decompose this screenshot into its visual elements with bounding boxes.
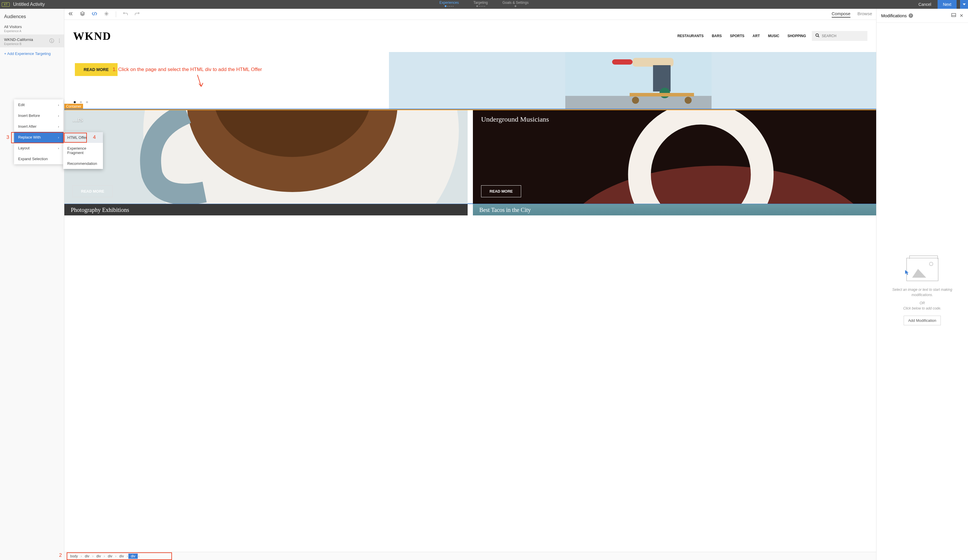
svg-rect-5: [653, 65, 671, 91]
nav-sports[interactable]: SPORTS: [730, 34, 744, 38]
compose-tab[interactable]: Compose: [832, 11, 850, 18]
svg-rect-10: [612, 59, 633, 64]
annotation-3-box: [11, 132, 64, 143]
search-input[interactable]: [822, 34, 864, 38]
add-experience-targeting[interactable]: + Add Experience Targeting: [0, 47, 64, 60]
card-title: Underground Musicians: [481, 116, 549, 123]
annotation-2: 2: [59, 552, 62, 558]
activity-type-badge: XT: [2, 2, 10, 7]
ctx-edit[interactable]: Edit›: [14, 99, 63, 110]
nav-bars[interactable]: BARS: [712, 34, 722, 38]
dom-breadcrumb: body› div› div› div› div› div›: [64, 552, 876, 560]
annotation-4: 4: [93, 134, 96, 140]
audience-exp: Experience A: [4, 30, 60, 33]
selected-container[interactable]: Container ...rs READ M: [64, 109, 876, 204]
svg-rect-18: [951, 13, 956, 17]
nav-restaurants[interactable]: RESTAURANTS: [677, 34, 704, 38]
close-icon[interactable]: ✕: [960, 13, 963, 18]
svg-point-1: [816, 34, 819, 36]
site-header: WKND RESTAURANTS BARS SPORTS ART MUSIC S…: [64, 20, 876, 52]
dock-icon[interactable]: [951, 13, 956, 18]
modifications-panel: Modifications ? ✕ Select an image or tex…: [876, 9, 968, 560]
activity-title[interactable]: Untitled Activity: [13, 2, 45, 7]
audience-wknd-california[interactable]: WKND-California Experience B ⓘ ⋮: [0, 35, 64, 47]
search-box[interactable]: [812, 31, 867, 41]
modifications-title: Modifications: [881, 13, 907, 18]
card-roasters[interactable]: ...rs READ MORE: [64, 110, 467, 204]
step-experiences[interactable]: Experiences: [439, 1, 459, 7]
svg-point-9: [685, 97, 692, 104]
top-bar: XT Untitled Activity Experiences Targeti…: [0, 0, 968, 9]
context-menu: Edit› Insert Before› Insert After› Repla…: [14, 99, 63, 164]
card-photography[interactable]: Photography Exhibitions: [64, 204, 467, 215]
hero-section[interactable]: READ MORE: [64, 52, 876, 109]
empty-text-1: Select an image or text to start making …: [885, 287, 959, 297]
empty-or: OR: [920, 301, 925, 306]
cards-row-2: Photography Exhibitions Best Tacos in th…: [64, 204, 876, 215]
info-icon[interactable]: ⓘ: [50, 38, 54, 44]
hero-image: [403, 52, 874, 109]
ctx-expand-selection[interactable]: Expand Selection: [14, 154, 63, 164]
card-readmore-button[interactable]: READ MORE: [73, 185, 113, 197]
canvas-column: Compose Browse WKND RESTAURANTS BARS SPO…: [64, 9, 876, 560]
card-underground[interactable]: Underground Musicians READ MORE: [473, 110, 876, 204]
svg-point-0: [106, 13, 107, 14]
audiences-panel: Audiences All Visitors Experience A WKND…: [0, 9, 64, 560]
ctx-layout[interactable]: Layout›: [14, 143, 63, 154]
chevron-right-icon: ›: [58, 103, 59, 107]
next-button[interactable]: Next: [938, 0, 956, 9]
add-modification-button[interactable]: Add Modification: [904, 316, 940, 325]
card-tacos[interactable]: Best Tacos in the City: [473, 204, 876, 215]
help-icon[interactable]: ?: [908, 13, 913, 18]
annotation-2-box: [67, 552, 172, 560]
workflow-steps: Experiences Targeting Goals & Settings: [439, 1, 529, 7]
step-targeting[interactable]: Targeting: [474, 1, 488, 7]
ctx-experience-fragment[interactable]: Experience Fragment: [63, 143, 103, 158]
nav-shopping[interactable]: SHOPPING: [787, 34, 806, 38]
cancel-button[interactable]: Cancel: [916, 2, 934, 7]
browse-tab[interactable]: Browse: [857, 11, 872, 18]
nav-music[interactable]: MUSIC: [768, 34, 779, 38]
empty-text-2: Click below to add code.: [903, 306, 941, 311]
card-readmore-button[interactable]: READ MORE: [481, 185, 521, 197]
step-label: Goals & Settings: [502, 1, 529, 5]
layers-icon[interactable]: [80, 12, 85, 17]
svg-point-8: [632, 97, 639, 104]
ctx-insert-before[interactable]: Insert Before›: [14, 110, 63, 121]
annotation-3: 3: [7, 134, 9, 140]
page-canvas[interactable]: WKND RESTAURANTS BARS SPORTS ART MUSIC S…: [64, 20, 876, 560]
audience-all-visitors[interactable]: All Visitors Experience A: [0, 21, 64, 35]
chevron-right-icon: ›: [58, 125, 59, 128]
svg-rect-7: [630, 93, 694, 96]
next-dropdown[interactable]: [960, 0, 968, 9]
carousel-dots[interactable]: [74, 101, 88, 103]
code-icon[interactable]: [92, 12, 97, 17]
site-logo[interactable]: WKND: [73, 30, 111, 42]
search-icon: [816, 33, 819, 39]
hero-readmore-button[interactable]: READ MORE: [75, 63, 118, 76]
ctx-insert-after[interactable]: Insert After›: [14, 121, 63, 132]
chevron-right-icon: ›: [58, 114, 59, 117]
collapse-icon[interactable]: [68, 12, 73, 17]
audience-name: All Visitors: [4, 25, 60, 29]
chevron-right-icon: ›: [58, 147, 59, 150]
container-label: Container: [64, 104, 83, 109]
redo-icon[interactable]: [135, 12, 139, 17]
step-label: Targeting: [474, 1, 488, 5]
step-goals[interactable]: Goals & Settings: [502, 1, 529, 7]
more-icon[interactable]: ⋮: [57, 38, 62, 44]
empty-placeholder-icon: [906, 258, 938, 281]
annotation-1: 1. Click on the page and select the HTML…: [113, 67, 262, 73]
undo-icon[interactable]: [123, 12, 128, 17]
nav-art[interactable]: ART: [753, 34, 760, 38]
vec-toolbar: Compose Browse: [64, 9, 876, 20]
card-title: ...rs: [73, 116, 83, 123]
step-label: Experiences: [439, 1, 459, 5]
annotation-4-box: [64, 133, 87, 143]
annotation-arrow: [196, 75, 205, 89]
ctx-recommendation[interactable]: Recommendation: [63, 158, 103, 169]
cursor-icon: [905, 269, 909, 277]
audiences-title: Audiences: [0, 9, 64, 21]
site-nav: RESTAURANTS BARS SPORTS ART MUSIC SHOPPI…: [677, 34, 806, 38]
gear-icon[interactable]: [104, 12, 109, 17]
